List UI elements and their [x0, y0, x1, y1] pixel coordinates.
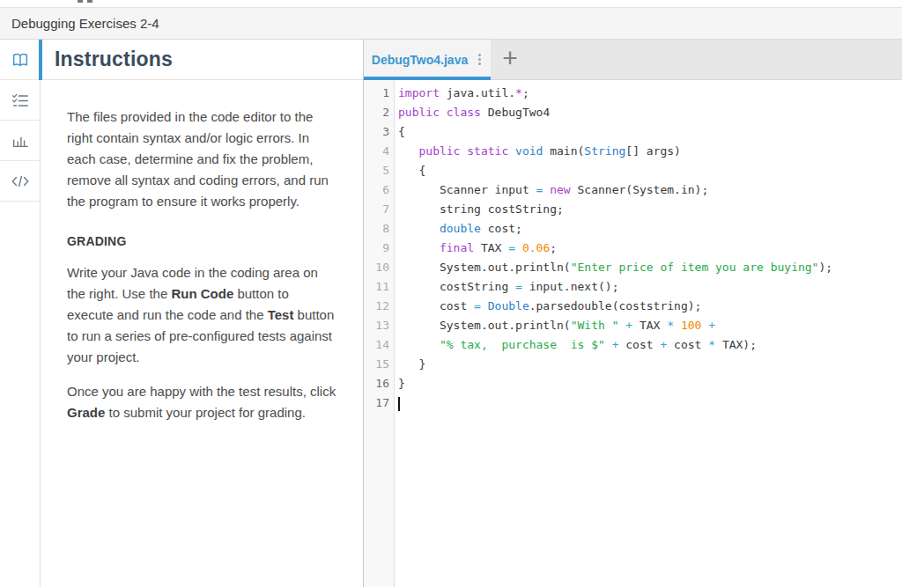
sidebar-item-code[interactable] — [0, 161, 40, 202]
instructions-paragraph: Once you are happy with the test results… — [67, 381, 336, 423]
line-number: 12 — [364, 297, 394, 316]
code-line[interactable]: public static void main(String[] args) — [398, 142, 902, 161]
sidebar-item-guide[interactable] — [0, 40, 40, 80]
code-line[interactable]: "% tax, purchase is $" + cost + cost * T… — [398, 335, 902, 355]
line-number: 8 — [364, 219, 394, 239]
grading-heading: GRADING — [67, 231, 336, 252]
code-content[interactable]: import java.util.*;public class DebugTwo… — [395, 80, 902, 587]
clipped-content-mark — [78, 0, 83, 3]
line-number: 17 — [364, 393, 394, 413]
code-line[interactable]: } — [398, 374, 902, 393]
line-number: 16 — [364, 374, 394, 393]
book-icon — [11, 51, 30, 69]
tab-label: DebugTwo4.java — [372, 53, 468, 67]
sidebar-item-progress[interactable] — [0, 121, 40, 161]
line-number: 4 — [364, 142, 394, 161]
bar-chart-icon — [11, 132, 30, 150]
top-edge-strip — [0, 0, 902, 8]
instructions-header: Instructions — [41, 40, 363, 80]
instructions-paragraph: Write your Java code in the coding area … — [67, 262, 336, 368]
checklist-icon — [11, 92, 30, 109]
code-icon — [11, 173, 30, 190]
left-toolbar — [0, 40, 41, 587]
code-line[interactable]: { — [398, 161, 902, 180]
line-number: 15 — [364, 355, 394, 374]
line-number: 3 — [364, 122, 394, 142]
line-number: 14 — [364, 335, 394, 355]
code-line[interactable]: Scanner input = new Scanner(System.in); — [398, 180, 902, 200]
code-line[interactable] — [398, 393, 902, 413]
line-number: 9 — [364, 239, 394, 258]
line-number: 10 — [364, 258, 394, 277]
tab-debugtwo4-java[interactable]: DebugTwo4.java — [364, 40, 491, 79]
text-cursor — [398, 397, 400, 411]
code-line[interactable]: costString = input.next(); — [398, 277, 902, 297]
vertical-dots-icon[interactable] — [477, 52, 483, 67]
code-line[interactable]: } — [398, 355, 902, 374]
instructions-body: The files provided in the code editor to… — [41, 80, 363, 423]
new-tab-button[interactable]: + — [491, 40, 529, 79]
line-number: 6 — [364, 180, 394, 200]
code-line[interactable]: { — [398, 122, 902, 142]
line-number: 7 — [364, 200, 394, 219]
code-line[interactable]: double cost; — [398, 219, 902, 239]
code-editor-pane: DebugTwo4.java + 12345678910111213141516… — [364, 40, 902, 587]
code-line[interactable]: cost = Double.parsedouble(coststring); — [398, 297, 902, 316]
instructions-paragraph: The files provided in the code editor to… — [67, 107, 336, 212]
line-number: 1 — [364, 84, 394, 103]
code-line[interactable]: import java.util.*; — [398, 84, 902, 103]
main-content: Instructions The files provided in the c… — [0, 40, 902, 587]
code-line[interactable]: System.out.println("With " + TAX * 100 + — [398, 316, 902, 335]
line-number: 2 — [364, 103, 394, 122]
code-line[interactable]: final TAX = 0.06; — [398, 239, 902, 258]
assignment-title: Debugging Exercises 2-4 — [11, 16, 159, 31]
clipped-content-mark — [87, 0, 92, 3]
code-line[interactable]: string costString; — [398, 200, 902, 219]
editor-tab-bar: DebugTwo4.java + — [364, 40, 902, 80]
code-editor-surface: 1234567891011121314151617 import java.ut… — [364, 80, 902, 587]
line-number: 11 — [364, 277, 394, 297]
line-number-gutter: 1234567891011121314151617 — [364, 80, 395, 587]
assignment-header-bar: Debugging Exercises 2-4 — [0, 8, 902, 40]
line-number: 5 — [364, 161, 394, 180]
sidebar-item-checklist[interactable] — [0, 80, 40, 121]
line-number: 13 — [364, 316, 394, 335]
instructions-panel: Instructions The files provided in the c… — [41, 40, 364, 587]
instructions-title: Instructions — [55, 48, 173, 71]
code-line[interactable]: System.out.println("Enter price of item … — [398, 258, 902, 277]
code-line[interactable]: public class DebugTwo4 — [398, 103, 902, 122]
